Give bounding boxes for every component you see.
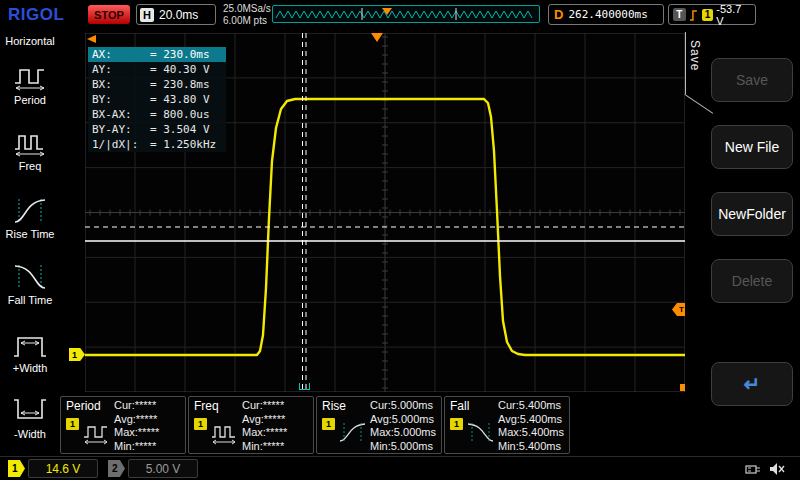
period-icon (12, 62, 48, 92)
cursor-row-inv-dx: 1/|dX|:= 1.250kHz (88, 137, 226, 152)
trigger-box[interactable]: T 1 -53.7 V (668, 4, 756, 25)
sidebar-item-period[interactable]: Period (0, 62, 60, 106)
plus-width-icon (12, 330, 48, 360)
cursor-row-ax: AX:= 230.0ms (88, 47, 226, 62)
record-preview[interactable] (272, 5, 540, 23)
cursor-row-bx: BX:= 230.8ms (88, 77, 226, 92)
delay-box[interactable]: D 262.400000ms (548, 4, 664, 25)
channel-status-bar: 1 14.6 V 2 5.00 V (0, 456, 800, 480)
save-button[interactable]: Save (711, 58, 793, 102)
sidebar-item-label: Freq (0, 160, 60, 172)
sidebar-item-freq[interactable]: Freq (0, 128, 60, 172)
sidebar-item-label: -Width (0, 428, 60, 440)
return-button[interactable]: ↵ (711, 362, 793, 406)
sidebar-item-minus-width[interactable]: -Width (0, 396, 60, 440)
period-icon (82, 421, 112, 445)
rigol-logo: RIGOL (8, 5, 64, 25)
new-file-button[interactable]: New File (711, 125, 793, 169)
cursor-row-bxax: BX-AX:= 800.0us (88, 107, 226, 122)
return-icon: ↵ (744, 372, 761, 396)
rise-time-icon (338, 421, 368, 445)
sidebar-item-fall-time[interactable]: Fall Time (0, 262, 60, 306)
trigger-position-marker-icon[interactable] (371, 33, 383, 42)
cursor-row-byay: BY-AY:= 3.504 V (88, 122, 226, 137)
oscilloscope-screen: RIGOL STOP H 20.0ms 25.0MSa/s 6.00M pts … (0, 0, 800, 480)
cursor-readout-panel: AX:= 230.0ms AY:= 40.30 V BX:= 230.8ms B… (88, 47, 226, 152)
sidebar-item-rise-time[interactable]: Rise Time (0, 196, 60, 240)
channel-badge: 1 (66, 418, 79, 430)
timebase-value: 20.0ms (159, 8, 198, 22)
measurement-panel-freq: Freq 1 Cur:***** Avg:***** Max:***** Min… (188, 396, 314, 454)
menu-tab-border (685, 32, 686, 94)
horizontal-timebase-box[interactable]: H 20.0ms (136, 4, 216, 25)
channel2-badge: 2 (108, 460, 125, 477)
trigger-label: T (673, 8, 686, 21)
preview-svg (274, 7, 538, 21)
channel1-badge: 1 (8, 460, 25, 477)
channel-badge: 1 (322, 418, 335, 430)
cursor-row-ay: AY:= 40.30 V (88, 62, 226, 77)
rise-time-icon (12, 196, 48, 226)
sidebar-item-plus-width[interactable]: +Width (0, 330, 60, 374)
new-folder-button[interactable]: NewFolder (711, 192, 793, 236)
measurement-panel-period: Period 1 Cur:***** Avg:***** Max:***** M… (60, 396, 186, 454)
acquisition-info: 25.0MSa/s 6.00M pts (223, 3, 271, 27)
cursor-bottom-indicator-icon (299, 383, 310, 390)
trigger-slope-icon (689, 8, 699, 22)
top-bar: RIGOL STOP H 20.0ms 25.0MSa/s 6.00M pts … (0, 0, 800, 30)
sidebar-item-label: Fall Time (0, 294, 60, 306)
usb-icon (744, 461, 762, 477)
measurement-panel-rise: Rise 1 Cur:5.000ms Avg:5.000ms Max:5.000… (316, 396, 442, 454)
freq-icon (210, 421, 240, 445)
measure-sidebar: Horizontal Period Freq Rise Time (0, 30, 60, 456)
menu-tab-title: Save (688, 40, 702, 71)
trigger-channel-badge: 1 (702, 9, 714, 21)
run-state-badge[interactable]: STOP (88, 5, 130, 24)
speaker-muted-icon (768, 461, 786, 477)
delay-offscreen-arrow-icon (87, 35, 96, 43)
channel-badge: 1 (450, 418, 463, 430)
channel2-scale: 5.00 V (128, 459, 198, 478)
freq-icon (12, 128, 48, 158)
channel-badge: 1 (194, 418, 207, 430)
memory-depth: 6.00M pts (223, 15, 271, 27)
delay-value: 262.400000ms (568, 8, 647, 21)
h-label: H (140, 8, 154, 22)
measure-category-title[interactable]: Horizontal (0, 35, 60, 47)
delete-button[interactable]: Delete (711, 259, 793, 303)
menu-tab-border-diagonal (684, 94, 713, 114)
trigger-level-value: -53.7 V (716, 3, 751, 27)
save-menu: Save Save New File NewFolder Delete ↵ (685, 30, 800, 456)
cursor-row-by: BY:= 43.80 V (88, 92, 226, 107)
sidebar-item-label: Period (0, 94, 60, 106)
channel1-scale: 14.6 V (28, 459, 98, 478)
sample-rate: 25.0MSa/s (223, 3, 271, 15)
fall-time-icon (12, 262, 48, 292)
delay-label: D (554, 7, 563, 22)
sidebar-item-label: +Width (0, 362, 60, 374)
measurement-panel-fall: Fall 1 Cur:5.400ms Avg:5.400ms Max:5.400… (444, 396, 570, 454)
minus-width-icon (12, 396, 48, 426)
sidebar-item-label: Rise Time (0, 228, 60, 240)
fall-time-icon (466, 421, 496, 445)
channel1-ground-marker[interactable]: 1 (69, 348, 85, 361)
